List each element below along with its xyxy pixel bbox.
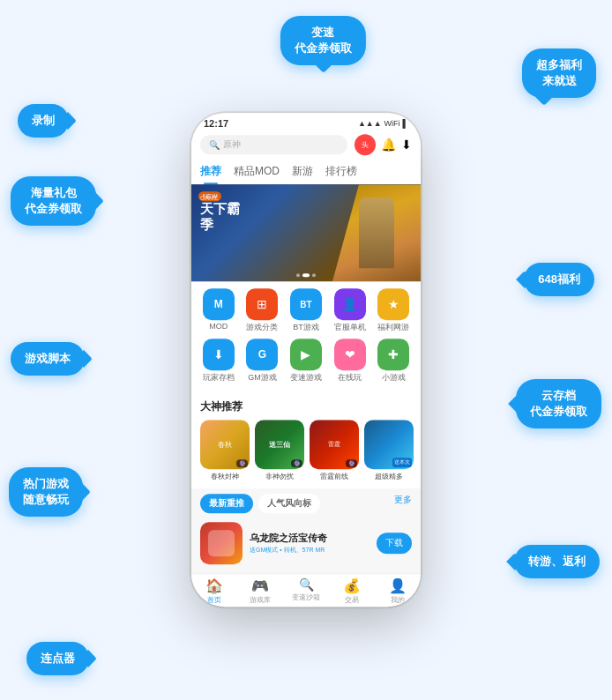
hero-dot-active	[302, 273, 310, 277]
official-icon-box: 👤	[334, 288, 366, 320]
nav-tabs: 推荐 精品MOD 新游 排行榜	[191, 160, 421, 184]
nav-sandbox[interactable]: 🔍 变速沙箱	[283, 577, 329, 605]
download-icon[interactable]: ⬇	[401, 138, 412, 152]
bubble-gift: 海量礼包 代金券领取	[11, 176, 96, 226]
bubble-648: 648福利	[524, 263, 594, 296]
gm-icon-box: G	[246, 339, 278, 370]
mini-icon-box: ✚	[377, 339, 409, 370]
bt-icon-box: BT	[290, 288, 322, 320]
icon-save[interactable]: ⬇ 玩家存档	[199, 339, 238, 384]
trade-icon: 💰	[343, 577, 361, 594]
tab-rank[interactable]: 排行榜	[325, 160, 357, 184]
icon-bt-game[interactable]: BT BT游戏	[287, 288, 325, 333]
hero-banner: GAME 天下霸季 NEW	[191, 184, 421, 281]
game-label-1: 春秋封神	[200, 472, 250, 481]
wifi-icon: WiFi	[384, 119, 400, 128]
featured-game: 乌龙院之活宝传奇 送GM模式 • 转机、57R MR 下载	[200, 518, 412, 568]
icon-speed[interactable]: ▶ 变速游戏	[287, 339, 325, 384]
bubble-cloud: 云存档 代金券领取	[516, 379, 601, 428]
bubble-script: 游戏脚本	[11, 342, 85, 376]
hero-dot	[312, 273, 316, 277]
section-title: 大神推荐	[191, 392, 421, 420]
bubble-welfare: 超多福利 来就送	[522, 48, 596, 98]
tab-mod[interactable]: 精品MOD	[234, 160, 280, 184]
icon-game-category[interactable]: ⊞ 游戏分类	[243, 288, 281, 333]
tabs-section: 最新重推 人气风向标 更多 乌龙院之活宝传奇 送GM模式 • 转机、57R MR…	[191, 488, 421, 573]
banner-title: 天下霸季	[200, 201, 240, 233]
game-card-1[interactable]: 春秋 🔮 春秋封神	[200, 420, 250, 481]
game-label-3: 雷霆前线	[310, 472, 359, 481]
search-input[interactable]: 🔍 原神	[200, 135, 347, 154]
tab-recommend[interactable]: 推荐	[200, 160, 221, 184]
game-card-3[interactable]: 雷霆 🔮 雷霆前线	[310, 420, 359, 481]
game-card-2[interactable]: 送三仙 🔮 非神勿扰	[255, 420, 304, 481]
save-icon-box: ⬇	[203, 339, 235, 370]
search-icon: 🔍	[209, 140, 220, 150]
battery-icon: ▌	[403, 119, 408, 128]
search-icons: 头 🔔 ⬇	[355, 134, 412, 155]
game-img-1: 春秋 🔮	[200, 420, 250, 469]
icon-welfare[interactable]: ★ 福利网游	[374, 288, 413, 333]
game-label-4: 超级精多	[364, 472, 414, 481]
tabs-row: 最新重推 人气风向标 更多	[200, 494, 412, 513]
nav-library[interactable]: 🎮 游戏库	[237, 577, 283, 605]
tab-latest[interactable]: 最新重推	[200, 494, 253, 513]
featured-img-placeholder	[208, 530, 235, 556]
featured-game-sub: 送GM模式 • 转机、57R MR	[250, 546, 369, 555]
status-bar: 12:17 ▲▲▲ WiFi ▌	[191, 113, 421, 130]
status-icons: ▲▲▲ WiFi ▌	[358, 119, 408, 128]
icon-mini[interactable]: ✚ 小游戏	[374, 339, 413, 384]
profile-icon: 👤	[389, 577, 407, 594]
welfare-icon-box: ★	[377, 288, 409, 320]
status-time: 12:17	[204, 118, 228, 129]
game-img-4: 送本次	[364, 420, 414, 469]
gem-badge-3: 🔮	[346, 459, 357, 467]
signal-icon: ▲▲▲	[358, 119, 382, 128]
game-label-2: 非神勿扰	[255, 472, 304, 481]
bubble-record: 录制	[18, 104, 69, 138]
more-link[interactable]: 更多	[394, 494, 412, 513]
online-icon-box: ❤	[334, 339, 366, 370]
nav-profile[interactable]: 👤 我的	[375, 577, 421, 605]
tab-new[interactable]: 新游	[292, 160, 313, 184]
gems-badge: 送本次	[392, 458, 412, 467]
phone-shell: 12:17 ▲▲▲ WiFi ▌ 🔍 原神 头 🔔 ⬇ 推荐 精品MOD 新游	[191, 113, 421, 607]
gem-badge-2: 🔮	[291, 459, 302, 467]
bottom-nav: 🏠 首页 🎮 游戏库 🔍 变速沙箱 💰 交易 👤 我的	[191, 573, 421, 607]
category-icon-box: ⊞	[246, 288, 278, 320]
nav-trade[interactable]: 💰 交易	[329, 577, 375, 605]
banner-sub: GAME	[200, 195, 240, 201]
game-img-2: 送三仙 🔮	[255, 420, 304, 469]
gem-badge-1: 🔮	[236, 459, 248, 467]
featured-game-name: 乌龙院之活宝传奇	[250, 532, 369, 545]
banner-character	[346, 189, 407, 277]
hero-dots	[296, 273, 316, 277]
icon-official[interactable]: 👤 官服单机	[331, 288, 369, 333]
icon-online[interactable]: ❤ 在线玩	[331, 339, 369, 384]
game-card-4[interactable]: 送本次 超级精多	[364, 420, 414, 481]
featured-game-img	[200, 522, 243, 564]
search-bar: 🔍 原神 头 🔔 ⬇	[191, 130, 421, 160]
bubble-clicker: 连点器	[26, 642, 89, 675]
icon-row-1: M MOD ⊞ 游戏分类 BT BT游戏 👤 官服单机 ★ 福利网游	[197, 288, 415, 333]
icon-row-2: ⬇ 玩家存档 G GM游戏 ▶ 变速游戏 ❤ 在线玩 ✚ 小游戏	[197, 339, 415, 384]
icon-mod[interactable]: M MOD	[199, 288, 238, 333]
bubble-transfer: 转游、返利	[514, 545, 600, 578]
icon-gm[interactable]: G GM游戏	[243, 339, 281, 384]
game-cards: 春秋 🔮 春秋封神 送三仙 🔮 非神勿扰 雷霆 🔮 雷霆前线	[191, 420, 421, 488]
bell-icon[interactable]: 🔔	[381, 138, 396, 152]
tab-popular[interactable]: 人气风向标	[258, 494, 320, 513]
phone: 12:17 ▲▲▲ WiFi ▌ 🔍 原神 头 🔔 ⬇ 推荐 精品MOD 新游	[191, 113, 421, 607]
hero-dot	[296, 273, 300, 277]
home-icon: 🏠	[205, 577, 223, 594]
download-button[interactable]: 下载	[377, 532, 412, 554]
mod-icon-box: M	[203, 288, 235, 320]
game-img-3: 雷霆 🔮	[310, 420, 359, 469]
library-icon: 🎮	[251, 577, 269, 594]
featured-game-info: 乌龙院之活宝传奇 送GM模式 • 转机、57R MR	[250, 532, 369, 555]
sandbox-icon: 🔍	[299, 577, 314, 592]
nav-home[interactable]: 🏠 首页	[191, 577, 237, 605]
bubble-speed: 变速 代金券领取	[280, 16, 366, 65]
search-placeholder: 原神	[223, 138, 241, 151]
avatar-icon[interactable]: 头	[355, 134, 376, 155]
